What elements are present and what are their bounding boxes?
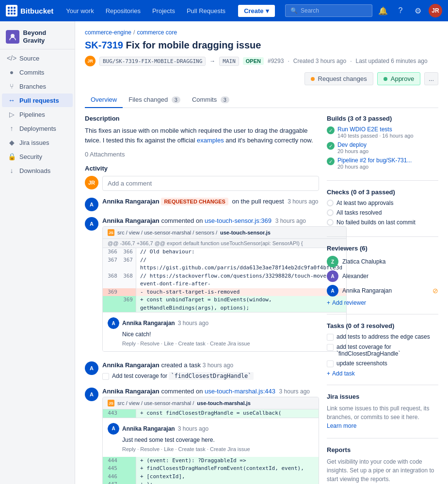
description-title: Description [85,115,319,122]
sidebar-item-pipelines[interactable]: ▷ Pipelines [2,108,73,121]
reply-action-2[interactable]: Reply [122,446,136,452]
create-button[interactable]: Create ▾ [238,5,274,17]
diff-comment-actions-2: Reply · Resolve · Like · Create task · C… [108,446,314,452]
help-button[interactable]: ? [394,4,407,17]
settings-button[interactable]: ⚙ [411,4,425,17]
activity-avatar: A [85,198,98,211]
approve-button[interactable]: Approve [377,72,420,85]
sidebar-item-downloads[interactable]: ↓ Downloads [2,164,73,177]
create-jira-action[interactable]: Create Jira issue [210,341,250,346]
jira-learn-more[interactable]: Learn more [327,422,356,429]
nav-your-work[interactable]: Your work [61,4,98,17]
check-circle [327,200,334,206]
activity-author: Annika Rangarajan [102,361,160,369]
files-changed-count: 3 [172,96,180,103]
check-item: All tasks resolved [327,209,438,216]
build-meta-1: 140 tests passed · 16 hours ago [337,133,414,139]
diff-line: 446 + [contextId], [103,473,319,481]
sidebar-item-security[interactable]: 🔒 Security [2,150,73,163]
activity-author: Annika Rangarajan [102,388,160,395]
task-checkbox[interactable] [102,373,109,380]
sidebar-item-pull-requests[interactable]: ↔ Pull requests [2,94,73,107]
svg-rect-2 [14,7,16,9]
reply-action[interactable]: Reply [122,341,136,346]
chevron-down-icon: ▾ [266,7,269,15]
diff-line: 444 + (event: Event): ?DraggableId => [103,457,319,465]
activity-author: Annika Rangarajan [102,198,160,205]
like-action-2[interactable]: Like [164,446,174,452]
add-task-button[interactable]: + Add task [327,370,438,377]
reviewer-avatar: Z [327,256,338,267]
task-checkbox-3[interactable] [327,360,334,367]
nav-links: Your work Repositories Projects Pull Req… [61,4,230,17]
sidebar-item-branches[interactable]: ⑂ Branches [2,79,73,93]
sidebar-item-source[interactable]: </> Source [2,51,73,65]
commits-count: 3 [221,96,229,103]
add-comment-row: JR Add a comment [85,176,319,191]
diff-file-icon-2: JS [108,400,114,406]
svg-rect-6 [8,13,10,15]
build-pass-icon: ✓ [327,142,335,150]
pr-meta: JR BUG/SK-7319-FIX-MOBILE-DRAGGING → MAI… [85,56,438,66]
tab-files-changed[interactable]: Files changed 3 [123,92,186,108]
approve-dot [384,77,387,81]
notifications-button[interactable]: 🔔 [376,4,390,17]
create-jira-action-2[interactable]: Create Jira issue [210,446,250,452]
sidebar-item-jira-issues[interactable]: ◆ Jira issues [2,136,73,149]
nav-repositories[interactable]: Repositories [101,4,145,17]
file-link[interactable]: use-touch-sensor.js:369 [205,217,272,224]
task-checkbox-2[interactable] [327,344,334,351]
build-item: ✓ Pipeline #2 for bug/SK-731... 20 hours… [327,157,438,170]
build-link-2[interactable]: Dev deploy [337,141,368,148]
task-checkbox-1[interactable] [327,334,334,341]
sidebar-item-label: Source [19,55,39,62]
build-pass-icon: ✓ [327,157,335,165]
examples-link[interactable]: examples [197,137,224,144]
activity-avatar: A [85,361,98,375]
file-link-2[interactable]: use-touch-marshal.js:443 [205,388,275,395]
add-reviewer-button[interactable]: + Add reviewer [327,299,438,306]
sidebar-item-commits[interactable]: ● Commits [2,65,73,79]
resolve-action-2[interactable]: Resolve [140,446,160,452]
pull-requests-icon: ↔ [8,96,16,104]
source-branch-badge: BUG/SK-7319-FIX-MOBILE-DRAGGING [99,57,206,66]
add-comment-input[interactable]: Add a comment [102,176,319,191]
nav-pull-requests[interactable]: Pull Requests [182,4,230,17]
breadcrumb-repo[interactable]: commerce-engine [85,29,131,36]
build-link-1[interactable]: Run WDIO E2E tests [337,126,414,133]
sidebar-item-deployments[interactable]: ↑ Deployments [2,122,73,135]
request-changes-dot [311,77,315,81]
nav-right: 🔍 Search 🔔 ? ⚙ JR [285,4,442,17]
build-link-3[interactable]: Pipeline #2 for bug/SK-731... [337,157,412,164]
tab-overview[interactable]: Overview [85,92,123,108]
svg-rect-5 [14,10,16,12]
resolve-action[interactable]: Resolve [140,341,160,346]
search-box[interactable]: 🔍 Search [285,4,372,17]
diff-comment-text: Nice catch! [108,331,341,338]
request-changes-button[interactable]: Request changes [304,72,373,85]
source-icon: </> [8,54,16,62]
bitbucket-logo[interactable]: Bitbucket [6,5,53,16]
reviewer-item: A Annika Rangarajan ⊘ [327,285,438,297]
like-action[interactable]: Like [164,341,174,346]
activity-avatar: A [85,388,98,401]
security-icon: 🔒 [8,153,16,160]
reviewer-changes-icon: ⊘ [432,287,438,295]
more-actions-button[interactable]: ... [424,72,438,85]
attachments-count: 0 Attachments [85,151,319,158]
reports-panel: Reports Get visibility into your code wi… [327,446,438,484]
build-item: ✓ Dev deploy 20 hours ago [327,141,438,154]
breadcrumb-section[interactable]: commerce core [137,29,177,36]
pr-created: Created 3 hours ago [293,58,346,64]
user-avatar[interactable]: JR [429,4,442,17]
check-circle [327,219,334,226]
check-item: No failed builds on last commit [327,219,438,226]
reviewers-title: Reviewers (6) [327,245,438,252]
tab-commits[interactable]: Commits 3 [186,92,235,108]
diff-line: 443 + const findClosestDragHandle = useC… [103,409,319,418]
create-task-action-2[interactable]: Create task [178,446,206,452]
nav-projects[interactable]: Projects [147,4,180,17]
diff-line: 447 + ); [103,481,319,484]
create-task-action[interactable]: Create task [178,341,206,346]
project-header[interactable]: Beyond Gravity [0,25,75,49]
